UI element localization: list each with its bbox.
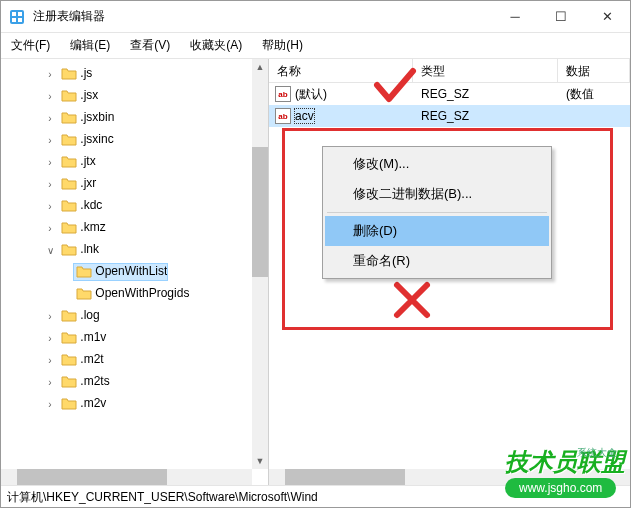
tree-expand-icon[interactable]: ›	[41, 179, 59, 190]
status-path: 计算机\HKEY_CURRENT_USER\Software\Microsoft…	[7, 490, 318, 504]
close-button[interactable]: ✕	[584, 1, 630, 32]
menubar: 文件(F) 编辑(E) 查看(V) 收藏夹(A) 帮助(H)	[1, 33, 630, 59]
string-value-icon: ab	[275, 108, 291, 124]
tree-label: .jsxinc	[59, 132, 114, 148]
tree-expand-icon[interactable]: ∨	[41, 245, 59, 256]
tree-v-scrollbar[interactable]: ▲ ▼	[252, 59, 268, 469]
tree-item[interactable]: OpenWithList	[1, 261, 268, 283]
tree-label: .jsxbin	[59, 110, 114, 126]
ctx-delete[interactable]: 删除(D)	[325, 216, 549, 246]
tree-label: OpenWithProgids	[74, 286, 189, 302]
scroll-down-icon[interactable]: ▼	[252, 453, 268, 469]
tree-label: .m1v	[59, 330, 106, 346]
col-type[interactable]: 类型	[413, 59, 558, 82]
tree-expand-icon[interactable]: ›	[41, 333, 59, 344]
minimize-button[interactable]: ─	[492, 1, 538, 32]
tree-expand-icon[interactable]: ›	[41, 91, 59, 102]
svg-rect-3	[12, 18, 16, 22]
tree-v-thumb[interactable]	[252, 147, 268, 277]
menu-view[interactable]: 查看(V)	[126, 35, 174, 56]
tree-item[interactable]: › .jxr	[1, 173, 268, 195]
tree-item[interactable]: ∨ .lnk	[1, 239, 268, 261]
window-title: 注册表编辑器	[33, 8, 492, 25]
tree-expand-icon[interactable]: ›	[41, 355, 59, 366]
tree-label: .log	[59, 308, 100, 324]
folder-icon	[76, 264, 92, 278]
menu-favorites[interactable]: 收藏夹(A)	[186, 35, 246, 56]
tree-expand-icon[interactable]: ›	[41, 377, 59, 388]
values-h-thumb[interactable]	[285, 469, 405, 485]
tree-expand-icon[interactable]: ›	[41, 135, 59, 146]
folder-icon	[61, 88, 77, 102]
tree-label: .m2ts	[59, 374, 110, 390]
col-data[interactable]: 数据	[558, 59, 630, 82]
tree-item[interactable]: › .log	[1, 305, 268, 327]
tree-label: OpenWithList	[74, 264, 167, 280]
tree-expand-icon[interactable]: ›	[41, 113, 59, 124]
tree-label: .m2t	[59, 352, 104, 368]
tree-item[interactable]: › .kdc	[1, 195, 268, 217]
value-name: acv	[295, 109, 314, 123]
watermark: 系统大全 技术员联盟 www.jsgho.com	[505, 446, 625, 498]
tree-item[interactable]: › .m1v	[1, 327, 268, 349]
tree-h-scrollbar[interactable]	[1, 469, 252, 485]
ctx-modify-binary[interactable]: 修改二进制数据(B)...	[325, 179, 549, 209]
tree-pane: › .js› .jsx› .jsxbin› .jsxinc› .jtx› .jx…	[1, 59, 269, 485]
value-name: (默认)	[295, 86, 327, 103]
tree-item[interactable]: › .kmz	[1, 217, 268, 239]
tree-label: .kmz	[59, 220, 106, 236]
ctx-separator	[327, 212, 547, 213]
tree-label: .jxr	[59, 176, 96, 192]
titlebar: 注册表编辑器 ─ ☐ ✕	[1, 1, 630, 33]
watermark-url: www.jsgho.com	[505, 478, 616, 498]
tree-label: .m2v	[59, 396, 106, 412]
maximize-button[interactable]: ☐	[538, 1, 584, 32]
tree-item[interactable]: OpenWithProgids	[1, 283, 268, 305]
tree-expand-icon[interactable]: ›	[41, 157, 59, 168]
scroll-up-icon[interactable]: ▲	[252, 59, 268, 75]
tree-expand-icon[interactable]: ›	[41, 201, 59, 212]
tree-item[interactable]: › .m2t	[1, 349, 268, 371]
value-row[interactable]: ab(默认)REG_SZ(数值	[269, 83, 630, 105]
tree-expand-icon[interactable]: ›	[41, 223, 59, 234]
svg-rect-4	[18, 18, 22, 22]
svg-rect-1	[12, 12, 16, 16]
menu-file[interactable]: 文件(F)	[7, 35, 54, 56]
ctx-rename[interactable]: 重命名(R)	[325, 246, 549, 276]
value-type: REG_SZ	[413, 87, 558, 101]
folder-icon	[61, 374, 77, 388]
tree-label: .js	[59, 66, 92, 82]
value-row[interactable]: abacvREG_SZ	[269, 105, 630, 127]
tree-item[interactable]: › .jtx	[1, 151, 268, 173]
folder-icon	[61, 242, 77, 256]
folder-icon	[61, 132, 77, 146]
folder-icon	[61, 330, 77, 344]
tree-label: .lnk	[59, 242, 99, 258]
tree-label: .jsx	[59, 88, 98, 104]
menu-help[interactable]: 帮助(H)	[258, 35, 307, 56]
tree-item[interactable]: › .m2ts	[1, 371, 268, 393]
folder-icon	[61, 176, 77, 190]
values-list[interactable]: ab(默认)REG_SZ(数值abacvREG_SZ	[269, 83, 630, 127]
tree-expand-icon[interactable]: ›	[41, 69, 59, 80]
tree-expand-icon[interactable]: ›	[41, 399, 59, 410]
ctx-modify[interactable]: 修改(M)...	[325, 149, 549, 179]
tree-item[interactable]: › .js	[1, 63, 268, 85]
tree-item[interactable]: › .jsx	[1, 85, 268, 107]
folder-icon	[61, 154, 77, 168]
tree-item[interactable]: › .jsxinc	[1, 129, 268, 151]
tree-item[interactable]: › .m2v	[1, 393, 268, 415]
window-controls: ─ ☐ ✕	[492, 1, 630, 32]
svg-rect-2	[18, 12, 22, 16]
folder-icon	[76, 286, 92, 300]
registry-tree[interactable]: › .js› .jsx› .jsxbin› .jsxinc› .jtx› .jx…	[1, 59, 268, 415]
tree-expand-icon[interactable]: ›	[41, 311, 59, 322]
tree-item[interactable]: › .jsxbin	[1, 107, 268, 129]
value-type: REG_SZ	[413, 109, 558, 123]
menu-edit[interactable]: 编辑(E)	[66, 35, 114, 56]
tree-label: .kdc	[59, 198, 102, 214]
col-name[interactable]: 名称	[269, 59, 413, 82]
folder-icon	[61, 396, 77, 410]
tree-h-thumb[interactable]	[17, 469, 167, 485]
folder-icon	[61, 308, 77, 322]
